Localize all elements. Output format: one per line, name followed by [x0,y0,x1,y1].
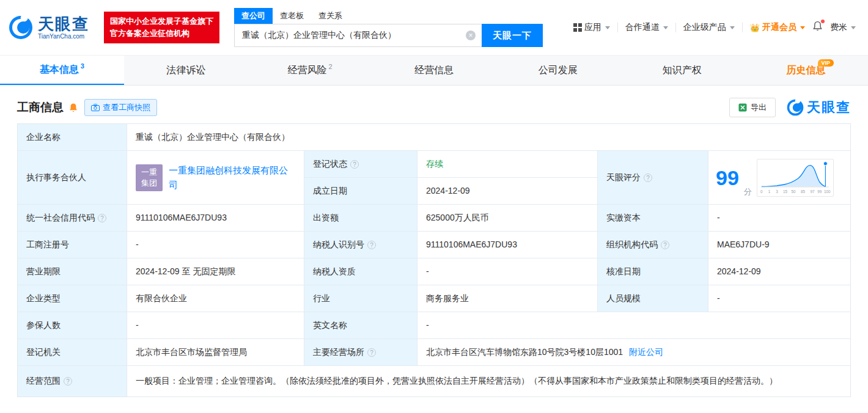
nav-cooperation[interactable]: 合作通道 [625,22,668,33]
tianyancha-logo[interactable]: 天眼查 TianYanCha.com [9,15,100,40]
view-snapshot-button[interactable]: 查看工商快照 [84,99,157,116]
header-nav: 应用 合作通道 企业级产品 👑 开通会员 费米 [573,21,856,34]
svg-text:0: 0 [760,189,763,194]
top-header: 天眼查 TianYanCha.com 国家中小企业发展子基金旗下 官方备案企业征… [0,0,868,55]
score-value: 99 [716,167,739,188]
field-label-tianyan-score: 天眼评分 [598,151,708,205]
tab-company-development[interactable]: 公司发展 [496,56,620,85]
field-label-business-term: 营业期限 [18,258,127,285]
nav-vip-label: 开通会员 [762,22,796,33]
field-label-approval-date: 核准日期 [598,258,708,285]
tab-ip-label: 知识产权 [663,64,702,77]
nav-user-label: 费米 [830,22,847,33]
subscribe-bell-icon[interactable] [68,103,78,113]
tianyancha-logo-icon [9,15,33,40]
chevron-down-icon [663,26,668,29]
help-icon[interactable] [367,241,376,249]
tab-legal-label: 法律诉讼 [166,64,205,77]
field-value-registration-authority: 北京市丰台区市场监督管理局 [127,339,304,366]
field-value-staff-size: - [708,285,850,312]
search-tabs: 查公司 查老板 查关系 [234,8,543,24]
field-value-business-term: 2024-12-09 至 无固定期限 [127,258,304,285]
help-icon[interactable] [367,348,376,357]
notification-bell-icon[interactable] [812,21,823,34]
clear-search-icon[interactable] [466,31,476,40]
svg-text:85: 85 [801,189,805,194]
field-label-paid-capital: 实缴资本 [598,205,708,232]
field-label-business-place: 主要经营场所 [304,339,417,366]
gov-badge-line2: 官方备案企业征信机构 [110,27,213,40]
tab-intellectual-property[interactable]: 知识产权 [620,56,744,85]
help-icon[interactable] [350,160,359,169]
field-value-taxpayer-quality: - [417,258,598,285]
tab-legal-proceedings[interactable]: 法律诉讼 [124,56,248,85]
business-registration-table: 企业名称 重诚（北京）企业管理中心（有限合伙） 执行事务合伙人 一重 集团 一重… [17,123,851,397]
chevron-down-icon [730,26,735,29]
field-value-company-type: 有限合伙企业 [127,285,304,312]
tab-basic-info-label: 基本信息 [40,64,79,76]
svg-text:50: 50 [791,189,795,194]
score-unit: 分 [744,186,752,198]
search-tab-company[interactable]: 查公司 [234,8,273,24]
svg-text:1: 1 [768,189,770,194]
svg-text:100: 100 [824,189,831,194]
nav-enterprise-label: 企业级产品 [683,22,726,33]
search-tab-relation[interactable]: 查关系 [311,8,350,24]
nav-user-account[interactable]: 费米 [830,22,856,33]
field-label-taxpayer-quality: 纳税人资质 [304,258,417,285]
field-label-staff-size: 人员规模 [598,285,708,312]
nearby-companies-link[interactable]: 附近公司 [629,346,663,359]
tab-risk-badge: 2 [329,63,333,70]
logo-subtitle: TianYanCha.com [38,33,89,40]
tab-basic-info[interactable]: 基本信息 3 [0,56,124,85]
tab-basic-info-badge: 3 [81,62,84,70]
brand-text: 天眼查 [807,98,851,117]
help-icon[interactable] [98,214,106,222]
tab-business-info[interactable]: 经营信息 [372,56,496,85]
svg-text:99: 99 [817,189,822,194]
field-label-industry: 行业 [304,285,417,312]
company-page-tabs: 基本信息 3 法律诉讼 经营风险 2 经营信息 公司发展 知识产权 历史信息 V… [0,55,868,86]
field-label-company-type: 企业类型 [18,285,127,312]
field-value-approval-date: 2024-12-09 [708,258,850,285]
help-icon[interactable] [661,241,669,249]
nav-enterprise-products[interactable]: 企业级产品 [683,22,735,33]
field-value-establish-date: 2024-12-09 [417,178,598,205]
field-label-capital: 出资额 [304,205,417,232]
tab-history-info[interactable]: 历史信息 VIP [744,56,868,85]
tianyancha-watermark: 天眼查 [787,98,851,117]
nav-divider [617,23,618,32]
chevron-down-icon [605,26,610,29]
score-distribution-chart: 0 1 3 15 50 85 97 99 100 [757,159,834,197]
search-tab-boss[interactable]: 查老板 [273,8,311,24]
field-label-org-code: 组织机构代码 [598,232,708,258]
partner-company-logo: 一重 集团 [136,164,163,191]
nav-cooperation-label: 合作通道 [625,22,660,33]
field-value-credit-code: 91110106MAE6J7DU93 [127,205,304,232]
nav-apps[interactable]: 应用 [573,22,610,33]
vip-badge: VIP [818,59,834,67]
gov-certification-badge: 国家中小企业发展子基金旗下 官方备案企业征信机构 [104,12,219,43]
field-value-business-scope: 一般项目：企业管理；企业管理咨询。（除依法须经批准的项目外，凭营业执照依法自主开… [127,366,850,397]
tab-development-label: 公司发展 [539,64,578,77]
field-value-business-place: 北京市丰台区汽车博物馆东路10号院3号楼10层1001 附近公司 [417,339,850,366]
excel-export-icon [738,103,747,112]
field-value-capital: 625000万人民币 [417,205,598,232]
field-value-company-name: 重诚（北京）企业管理中心（有限合伙） [127,124,850,151]
apps-grid-icon [573,23,582,32]
export-button[interactable]: 导出 [729,98,776,117]
svg-text:15: 15 [783,189,787,194]
nav-divider [675,23,676,32]
tianyancha-logo-text: 天眼查 TianYanCha.com [38,15,89,40]
partner-company-link[interactable]: 一重集团融创科技发展有限公司 [169,163,295,192]
nav-apps-label: 应用 [584,22,601,33]
svg-text:3: 3 [776,189,778,194]
help-icon[interactable] [64,377,72,386]
help-icon[interactable] [644,174,652,182]
nav-open-vip[interactable]: 👑 开通会员 [750,22,805,33]
tianyancha-brand-icon [787,99,804,116]
search-input[interactable] [234,24,482,47]
search-button[interactable]: 天眼一下 [482,24,543,47]
field-value-org-code: MAE6J7DU-9 [708,232,850,258]
tab-operational-risk[interactable]: 经营风险 2 [248,56,372,85]
